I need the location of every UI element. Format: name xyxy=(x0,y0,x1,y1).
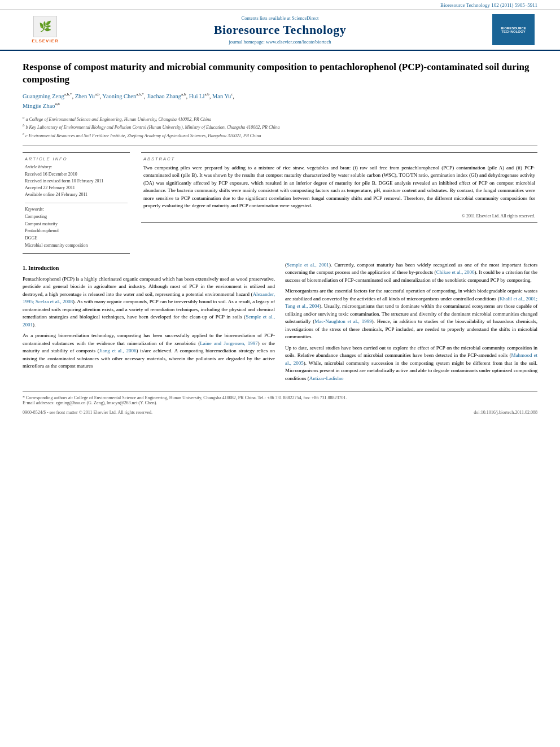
footer-bottom: 0960-8524/$ - see front matter © 2011 El… xyxy=(23,410,537,415)
sciencedirect-link[interactable]: ScienceDirect xyxy=(292,15,319,21)
main-content: Response of compost maturity and microbi… xyxy=(0,51,560,421)
journal-header: 🌿 ELSEVIER Contents lists available at S… xyxy=(0,10,560,51)
history-online: Available online 24 February 2011 xyxy=(25,191,128,198)
elsevier-logo-area: 🌿 ELSEVIER xyxy=(23,16,68,43)
info-abstract-section: Article Info Article history: Received 1… xyxy=(23,152,537,254)
journal-homepage: journal homepage: www.elsevier.com/locat… xyxy=(68,39,492,45)
abstract-text: Two composting piles were prepared by ad… xyxy=(143,164,535,210)
affiliation-a: a a College of Environmental Science and… xyxy=(23,115,537,123)
keyword-composting: Composting xyxy=(25,213,128,221)
article-info-label: Article Info xyxy=(25,156,128,161)
history-received: Received 16 December 2010 xyxy=(25,171,128,178)
article-title: Response of compost maturity and microbi… xyxy=(23,61,537,86)
author-hui: Hui Li xyxy=(189,93,205,99)
ref-semple2: Semple et al., 2001 xyxy=(287,262,329,268)
author-mingjie: Mingjie Zhao xyxy=(23,103,55,109)
keyword-maturity: Compost maturity xyxy=(25,221,128,228)
author-man: Man Yu xyxy=(212,93,231,99)
body-col-left: 1. Introduction Pentachlorophenol (PCP) … xyxy=(23,261,275,386)
ref-semple: Semple et al., 2001 xyxy=(23,314,275,327)
ref-alexander: Alexander, 1995; Scelza et al., 2008 xyxy=(23,291,275,305)
homepage-url[interactable]: www.elsevier.com/locate/biortech xyxy=(266,39,331,45)
abstract-box: Abstract Two composting piles were prepa… xyxy=(141,152,537,222)
top-bar: Bioresource Technology 102 (2011) 5905–5… xyxy=(0,0,560,10)
author-yaoning: Yaoning Chen xyxy=(102,93,136,99)
affiliation-b: b b Key Laboratory of Environmental Biol… xyxy=(23,123,537,131)
section1-heading: 1. Introduction xyxy=(23,264,275,272)
keywords-title: Keywords: xyxy=(25,207,128,212)
ref-macnaughton: Mac-Naughton et al., 1999 xyxy=(314,318,371,324)
journal-center: Contents lists available at ScienceDirec… xyxy=(68,15,492,45)
bioresource-logo-area: BIORESOURCE TECHNOLOGY xyxy=(492,14,537,45)
history-title: Article history: xyxy=(25,164,128,169)
ref-laine: Laine and Jorgensen, 1997 xyxy=(200,340,258,346)
body-para-1: Pentachlorophenol (PCP) is a highly chlo… xyxy=(23,276,275,329)
abstract-label: Abstract xyxy=(143,156,535,161)
body-para-3: (Semple et al., 2001). Currently, compos… xyxy=(285,261,537,285)
journal-reference: Bioresource Technology 102 (2011) 5905–5… xyxy=(440,2,537,8)
affiliations: a a College of Environmental Science and… xyxy=(23,115,537,146)
body-columns: 1. Introduction Pentachlorophenol (PCP) … xyxy=(23,261,537,386)
ref-jiang: Jiang et al., 2006 xyxy=(99,348,137,353)
ref-khalil: Khalil et al., 2001; Tang et al., 2004 xyxy=(285,296,537,309)
article-info-box: Article Info Article history: Received 1… xyxy=(23,152,130,254)
history-revised: Received in revised form 10 February 201… xyxy=(25,178,128,185)
elsevier-tree-icon: 🌿 xyxy=(33,16,57,37)
footer-notes: * Corresponding authors at: College of E… xyxy=(23,391,537,405)
article-info-col: Article Info Article history: Received 1… xyxy=(23,152,130,254)
author-zhen: Zhen Yu xyxy=(75,93,95,99)
ref-chikae: Chikae et al., 2006 xyxy=(436,269,475,275)
article-history: Article history: Received 16 December 20… xyxy=(25,164,128,198)
ref-mahmood: Mahmood et al., 2005 xyxy=(285,352,537,366)
copyright: © 2011 Elsevier Ltd. All rights reserved… xyxy=(143,213,535,219)
journal-title: Bioresource Technology xyxy=(68,23,492,37)
history-accepted: Accepted 22 February 2011 xyxy=(25,185,128,191)
email-note: E-mail addresses: zgming@hnu.cn (G. Zeng… xyxy=(23,400,537,405)
keyword-microbial: Microbial community composition xyxy=(25,242,128,250)
bioresource-logo: BIORESOURCE TECHNOLOGY xyxy=(492,14,535,45)
body-para-4: Microorganisms are the essential factors… xyxy=(285,287,537,341)
abstract-col: Abstract Two composting piles were prepa… xyxy=(141,152,537,254)
body-col-right: (Semple et al., 2001). Currently, compos… xyxy=(285,261,537,386)
elsevier-wordmark: ELSEVIER xyxy=(32,38,59,43)
corresponding-note: * Corresponding authors at: College of E… xyxy=(23,395,537,400)
issn-line: 0960-8524/$ - see front matter © 2011 El… xyxy=(23,410,152,415)
body-para-5: Up to date, several studies have been ca… xyxy=(285,344,537,383)
doi-line: doi:10.1016/j.biortech.2011.02.088 xyxy=(474,410,537,415)
author-jiachao: Jiachao Zhang xyxy=(147,93,181,99)
contents-available: Contents lists available at ScienceDirec… xyxy=(68,15,492,21)
elsevier-logo: 🌿 ELSEVIER xyxy=(23,16,68,43)
ref-antizar: Antizar-Ladislao xyxy=(309,375,344,381)
author-guangming: Guangming Zeng xyxy=(23,93,64,99)
keyword-dgge: DGGE xyxy=(25,235,128,242)
body-para-2: As a promising bioremediation technology… xyxy=(23,332,275,370)
affiliation-c: c c Environmental Resources and Soil Fer… xyxy=(23,131,537,139)
keyword-pcp: Pentachlorophenol xyxy=(25,228,128,235)
authors: Guangming Zenga,b,*, Zhen Yua,b, Yaoning… xyxy=(23,91,537,111)
